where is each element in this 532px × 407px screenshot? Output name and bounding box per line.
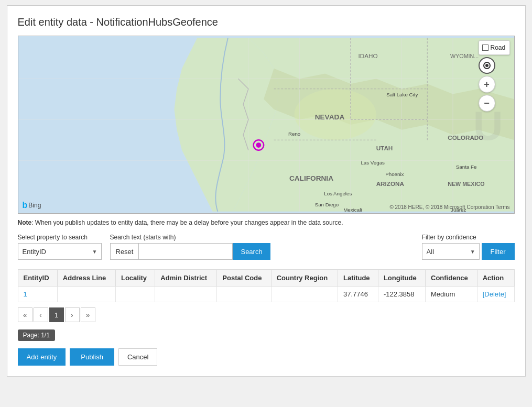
last-page-button[interactable]: » (81, 307, 95, 322)
entity-id-link[interactable]: 1 (24, 290, 27, 298)
prev-page-button[interactable]: ‹ (34, 307, 48, 322)
cell-action: [Delete] (477, 287, 514, 302)
map-copyright: © 2018 HERE, © 2018 Microsoft Corporatio… (389, 204, 509, 210)
col-address-line: Address Line (57, 270, 115, 287)
cell-admin-district (155, 287, 217, 302)
property-label: Select property to search (18, 234, 102, 241)
bing-label: Bing (28, 202, 41, 209)
confidence-filter-group: Filter by confidence All High Medium Low… (422, 234, 515, 260)
svg-text:Phoenix: Phoenix (385, 171, 404, 177)
svg-text:WYOMIN...: WYOMIN... (450, 53, 479, 59)
svg-text:San Diego: San Diego (314, 202, 339, 207)
locator-inner (483, 62, 491, 69)
cell-locality (115, 287, 155, 302)
cancel-button[interactable]: Cancel (118, 348, 157, 366)
svg-point-39 (256, 142, 261, 148)
table-header-row: EntityID Address Line Locality Admin Dis… (18, 270, 514, 287)
filter-group: Filter by confidence All High Medium Low… (422, 234, 515, 260)
note-bold: Note (18, 219, 32, 226)
bing-logo: b Bing (23, 201, 41, 210)
search-text-group: Search text (starts with) Reset Search (110, 234, 270, 260)
pagination: « ‹ 1 › » (18, 307, 515, 322)
locator-dot (485, 64, 488, 67)
col-locality: Locality (115, 270, 155, 287)
locator-button[interactable] (479, 57, 495, 74)
data-table: EntityID Address Line Locality Admin Dis… (18, 269, 515, 302)
property-select[interactable]: EntityID Address Line Locality Admin Dis… (18, 243, 102, 260)
svg-text:Salt Lake City: Salt Lake City (386, 92, 418, 97)
svg-text:ARIZONA: ARIZONA (376, 180, 404, 187)
svg-text:Reno: Reno (288, 131, 300, 137)
svg-text:UTAH: UTAH (376, 145, 393, 151)
search-text-label: Search text (starts with) (110, 234, 270, 241)
road-label: Road (491, 44, 506, 51)
svg-text:CALIFORNIA: CALIFORNIA (289, 174, 333, 182)
zoom-in-button[interactable]: + (479, 76, 495, 93)
col-latitude: Latitude (338, 270, 378, 287)
cell-postal-code (217, 287, 271, 302)
reset-button[interactable]: Reset (110, 243, 139, 260)
cell-longitude: -122.3858 (378, 287, 425, 302)
zoom-out-button[interactable]: − (479, 95, 495, 112)
col-entity-id: EntityID (18, 270, 57, 287)
publish-button[interactable]: Publish (70, 348, 114, 366)
filter-button[interactable]: Filter (482, 243, 515, 260)
cell-address-line (57, 287, 115, 302)
col-confidence: Confidence (426, 270, 477, 287)
search-button[interactable]: Search (233, 243, 270, 260)
filter-label: Filter by confidence (422, 234, 515, 241)
search-input-group: Reset Search (110, 243, 270, 260)
cell-confidence: Medium (426, 287, 477, 302)
first-page-button[interactable]: « (18, 307, 32, 322)
note-text: Note: When you publish updates to entity… (18, 219, 515, 226)
cell-country-region (271, 287, 338, 302)
map-container: NEVADA CALIFORNIA UTAH COLORADO ARIZONA … (18, 36, 515, 214)
add-entity-button[interactable]: Add entity (18, 348, 66, 366)
filter-select[interactable]: All High Medium Low (422, 243, 480, 260)
svg-text:IDAHO: IDAHO (358, 52, 377, 59)
col-admin-district: Admin District (155, 270, 217, 287)
cell-latitude: 37.7746 (338, 287, 378, 302)
svg-text:Los Angeles: Los Angeles (324, 191, 352, 196)
col-country-region: Country Region (271, 270, 338, 287)
col-longitude: Longitude (378, 270, 425, 287)
search-row: Select property to search EntityID Addre… (18, 234, 515, 260)
property-select-wrapper: EntityID Address Line Locality Admin Dis… (18, 243, 102, 260)
footer-actions: Add entity Publish Cancel (18, 348, 515, 366)
delete-link[interactable]: [Delete] (483, 290, 506, 298)
current-page-button[interactable]: 1 (49, 307, 64, 322)
svg-text:NEVADA: NEVADA (314, 113, 344, 121)
page-title: Edit entity data - NotificationHubsGeofe… (18, 16, 515, 28)
svg-text:Mexicali: Mexicali (343, 207, 362, 213)
next-page-button[interactable]: › (65, 307, 80, 322)
svg-text:Las Vegas: Las Vegas (361, 160, 385, 166)
page-info: Page: 1/1 (18, 329, 55, 341)
svg-text:Santa Fe: Santa Fe (455, 164, 476, 170)
svg-text:NEW MEXICO: NEW MEXICO (448, 181, 484, 187)
main-container: Edit entity data - NotificationHubsGeofe… (7, 5, 526, 377)
cell-entity-id: 1 (18, 287, 57, 302)
property-search-group: Select property to search EntityID Addre… (18, 234, 102, 260)
search-input[interactable] (138, 243, 233, 260)
table-row: 1 37.7746 -122.3858 Medium [Delete] (18, 287, 514, 302)
filter-select-wrapper: All High Medium Low ▼ (422, 243, 480, 260)
map-controls: Road + − (479, 40, 510, 112)
col-postal-code: Postal Code (217, 270, 271, 287)
col-action: Action (477, 270, 514, 287)
road-checkbox (482, 45, 488, 51)
road-toggle-button[interactable]: Road (479, 40, 510, 55)
note-body: : When you publish updates to entity dat… (31, 219, 343, 226)
